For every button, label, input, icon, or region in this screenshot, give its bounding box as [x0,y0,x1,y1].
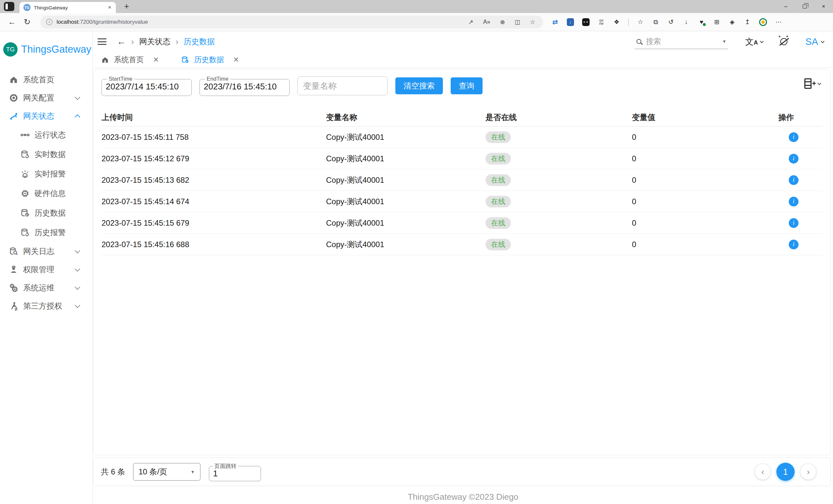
wallet-icon[interactable]: ◈ [729,18,736,26]
page-tab-label: 历史数据 [194,55,224,65]
sidebar-item-label: 网关配置 [23,93,75,103]
sidebar-item-permission[interactable]: 权限管理 [0,260,92,279]
sidebar-item-system-ops[interactable]: 系统运维 [0,279,92,297]
address-bar[interactable]: i localhost:7200/tgruntime/historyvalue … [40,16,543,29]
browser-tab[interactable]: TG ThingsGateway × [20,2,116,13]
dark-extension-icon[interactable]: ● ● [582,18,590,26]
translate-extension-icon[interactable]: ⇄ [551,18,559,26]
query-button[interactable]: 查询 [451,77,482,94]
sidebar-item-realtime-alarm[interactable]: 实时报警 [0,164,92,184]
zoom-page-icon[interactable]: ⊕ [500,19,505,26]
table-row: 2023-07-15 15:45:12 679Copy-测试40001在线0i [101,148,823,170]
browser-essentials-icon[interactable]: ♥ [698,18,705,26]
downloads-icon[interactable]: ↓ [683,18,690,26]
cell-online-status: 在线 [485,131,632,143]
page-header: ← › 网关状态 › 历史数据 ▼ 文A ✦✦ SA [93,31,833,52]
page-jump-input[interactable] [213,469,257,479]
current-page-button[interactable]: 1 [777,463,794,481]
chevron-down-icon [820,39,824,43]
sidebar-item-gateway-status[interactable]: 网关状态 [0,107,92,125]
start-time-input[interactable] [106,82,187,92]
address-bar-icons: ↗A»⊕◫☆ [469,19,535,26]
table-row: 2023-07-15 15:45:14 674Copy-测试40001在线0i [101,191,823,212]
sidebar-item-history-data[interactable]: 历史数据 [0,203,92,223]
sidebar-item-gear[interactable]: 网关配置 [0,89,92,107]
browser-refresh-icon[interactable]: ↻ [24,17,30,27]
tab-close-icon[interactable]: × [108,4,112,11]
page-tab-active[interactable]: 历史数据✕ [181,55,239,65]
storage-extension-icon[interactable]: ↓ [567,18,574,26]
favorite-star-icon[interactable]: ☆ [530,19,535,26]
user-menu[interactable]: SA [805,36,818,47]
sidebar: TG ThingsGateway 系统首页网关配置网关状态运行状态实时数据实时报… [0,31,93,504]
menu-toggle-icon[interactable] [98,39,106,45]
puzzle-extension-icon[interactable]: ❖ [613,18,620,26]
breadcrumb-parent[interactable]: 网关状态 [139,36,170,47]
extensions-area: ⇄↓● ●GitZip❖☆⧉↺↓♥⊞◈↥⋯ [551,18,782,26]
history-icon[interactable]: ↺ [667,18,674,26]
open-in-new-icon[interactable]: ↗ [469,19,473,26]
collections-icon[interactable]: ⧉ [652,18,659,26]
end-time-input[interactable] [204,82,285,92]
prev-page-button[interactable]: ‹ [755,464,770,480]
column-settings-button[interactable]: + [804,78,820,89]
sidebar-item-realtime-data[interactable]: 实时数据 [0,145,92,164]
variable-name-input[interactable] [298,76,387,95]
cell-variable-value: 0 [632,197,772,206]
theme-stars: ✦✦ [778,34,793,39]
info-button[interactable]: i [789,240,799,249]
favorites-bar-icon[interactable]: ☆ [637,18,644,26]
end-time-field[interactable]: EndTime [199,76,290,96]
read-aloud-icon[interactable]: A» [483,19,490,25]
info-button[interactable]: i [789,154,799,163]
info-button[interactable]: i [789,197,799,206]
sidebar-item-hardware-info[interactable]: 硬件信息 [0,184,92,203]
chevron-down-icon [75,284,80,290]
clear-search-button[interactable]: 清空搜索 [395,77,443,94]
more-icon[interactable]: ⋯ [775,18,782,26]
online-badge: 在线 [485,196,511,207]
split-screen-icon[interactable]: ◫ [515,19,520,26]
page-size-select[interactable]: 10 条/页 ▼ [133,463,200,481]
search-input[interactable] [646,37,708,46]
share-icon[interactable]: ↥ [744,18,751,26]
new-tab-button[interactable]: + [121,1,132,12]
sidebar-item-third-party[interactable]: 第三方授权 [0,297,92,315]
sidebar-item-history-alarm[interactable]: 历史报警 [0,223,92,242]
page-tab-label: 系统首页 [114,55,144,65]
sidebar-item-running-status[interactable]: 运行状态 [0,125,92,145]
realtime-alarm-icon [20,169,30,179]
site-info-icon[interactable]: i [46,19,52,25]
info-button[interactable]: i [789,218,799,228]
sidebar-item-gateway-log[interactable]: 网关日志 [0,242,92,260]
site-favicon: TG [23,4,30,11]
profile-avatar[interactable] [759,18,767,26]
search-dropdown-caret[interactable]: ▼ [722,39,726,44]
apps-icon[interactable]: ⊞ [713,18,720,26]
sidebar-item-home[interactable]: 系统首页 [0,71,92,89]
minimize-button[interactable]: – [777,0,795,13]
app-root: TG ThingsGateway 系统首页网关配置网关状态运行状态实时数据实时报… [0,31,833,504]
tab-close-icon[interactable]: ✕ [153,56,159,64]
app-logo[interactable]: TG ThingsGateway [0,31,92,56]
sidebar-menu: 系统首页网关配置网关状态运行状态实时数据实时报警硬件信息历史数据历史报警网关日志… [0,71,92,315]
tab-close-icon[interactable]: ✕ [233,56,239,64]
browser-tabstrip: TG ThingsGateway × + –× [0,0,833,13]
workspaces-icon[interactable] [4,2,14,11]
info-button[interactable]: i [789,175,799,185]
back-arrow-icon[interactable]: ← [117,36,126,47]
page-tab-home[interactable]: 系统首页✕ [101,55,159,65]
restore-button[interactable] [795,0,814,13]
close-button[interactable]: × [814,0,833,13]
language-switch-icon[interactable]: 文A [745,36,758,48]
column-header: 操作 [772,112,823,123]
menu-search[interactable]: ▼ [635,34,728,49]
page-jump-field[interactable]: 页面跳转 [209,462,261,481]
theme-toggle-icon[interactable]: ✦✦ [779,36,789,47]
next-page-button[interactable]: › [801,464,816,480]
restore-icon [803,4,807,8]
start-time-field[interactable]: StartTime [101,76,192,96]
info-button[interactable]: i [789,132,799,142]
gitzip-extension-icon[interactable]: GitZip [598,18,605,26]
browser-back-icon[interactable]: ← [8,17,16,27]
